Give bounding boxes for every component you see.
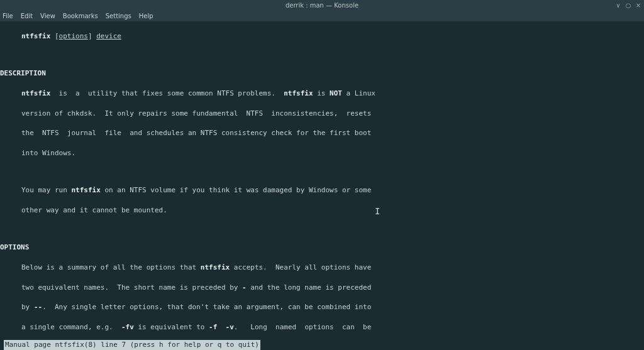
section-description: DESCRIPTION: [0, 68, 640, 79]
window-title: derrik : man — Konsole: [286, 1, 358, 11]
cmd-name: ntfsfix: [21, 32, 50, 40]
menu-view[interactable]: View: [40, 12, 55, 21]
menu-edit[interactable]: Edit: [21, 12, 33, 21]
terminal-output[interactable]: ntfsfix [options] device DESCRIPTION ntf…: [0, 21, 644, 350]
minimize-icon[interactable]: ∨: [615, 3, 621, 9]
section-options: OPTIONS: [0, 243, 640, 253]
close-icon[interactable]: ×: [635, 3, 641, 9]
menu-bookmarks[interactable]: Bookmarks: [63, 12, 98, 21]
pager-status-line: Manual page ntfsfix(8) line 7 (press h f…: [4, 340, 260, 350]
window-controls: ∨ ○ ×: [615, 3, 641, 9]
menu-file[interactable]: File: [3, 12, 13, 21]
synopsis-options: options: [59, 32, 88, 40]
menubar: File Edit View Bookmarks Settings Help: [0, 11, 644, 21]
synopsis-device: device: [96, 32, 121, 40]
maximize-icon[interactable]: ○: [625, 3, 631, 9]
menu-settings[interactable]: Settings: [106, 12, 131, 21]
text-cursor-icon: I: [375, 205, 380, 217]
menu-help[interactable]: Help: [139, 12, 153, 21]
window-titlebar: derrik : man — Konsole ∨ ○ ×: [0, 0, 644, 11]
